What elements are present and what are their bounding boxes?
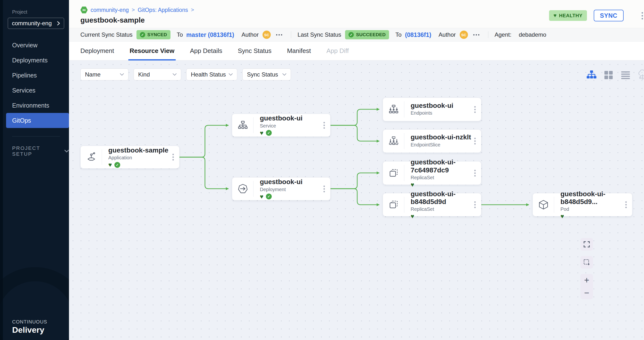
- module-brand: CONTINUOUS Delivery: [12, 319, 47, 335]
- node-name: guestbook-ui-b848d5d9d: [411, 190, 481, 206]
- resource-node-replicaset-b848d5d9d[interactable]: guestbook-ui-b848d5d9d ReplicaSet ♥ ✓: [383, 193, 481, 216]
- agent-label: Agent:: [495, 31, 512, 38]
- brand-delivery-label: Delivery: [12, 325, 47, 335]
- node-kind: Application: [108, 155, 179, 160]
- breadcrumb-section-link[interactable]: GitOps: Applications: [138, 7, 188, 13]
- breadcrumb-separator: >: [191, 7, 194, 13]
- tab-deployment[interactable]: Deployment: [80, 42, 114, 60]
- healthy-heart-icon: ♥: [411, 213, 414, 219]
- node-menu-kebab-icon[interactable]: [322, 120, 326, 130]
- fullscreen-button[interactable]: [580, 238, 593, 251]
- heart-icon: ♥: [554, 12, 556, 19]
- synced-badge-label: SYNCED: [148, 32, 167, 38]
- breadcrumb-project-link[interactable]: community-eng: [90, 7, 129, 13]
- sidebar-item-pipelines[interactable]: Pipelines: [6, 68, 69, 83]
- tab-manifest[interactable]: Manifest: [287, 42, 311, 60]
- resource-node-replicaset-7c64987dc9[interactable]: guestbook-ui-7c64987dc9 ReplicaSet ♥ ✓: [383, 161, 481, 185]
- author-label: Author: [242, 31, 258, 38]
- cloud-network-view-icon[interactable]: [637, 70, 644, 80]
- resource-graph-canvas[interactable]: Name Kind Health Status Sync Status: [69, 60, 644, 340]
- sidebar: Project community-eng Overview Deploymen…: [0, 0, 69, 340]
- filter-kind-dropdown[interactable]: Kind: [134, 68, 181, 80]
- zoom-in-button[interactable]: +: [584, 276, 589, 285]
- filter-kind-label: Kind: [138, 71, 150, 78]
- zoom-out-button[interactable]: −: [584, 288, 589, 297]
- tab-app-details[interactable]: App Details: [190, 42, 222, 60]
- divider: [291, 31, 291, 38]
- resource-node-application[interactable]: guestbook-sample Application ♥ ✓: [80, 146, 180, 168]
- check-circle-icon: ✓: [140, 32, 145, 38]
- tab-resource-view[interactable]: Resource View: [130, 42, 174, 60]
- sidebar-item-overview[interactable]: Overview: [6, 38, 69, 53]
- chevron-down-icon: [64, 150, 69, 152]
- node-menu-kebab-icon[interactable]: [473, 200, 477, 210]
- node-kind: Pod: [560, 206, 632, 212]
- resource-node-endpoints[interactable]: guestbook-ui Endpoints ♥ ✓: [383, 98, 481, 121]
- gitops-resource-view-page: Project community-eng Overview Deploymen…: [0, 0, 644, 340]
- tree-view-icon[interactable]: [586, 70, 597, 80]
- filter-health-status-dropdown[interactable]: Health Status: [186, 68, 237, 80]
- sidebar-item-deployments[interactable]: Deployments: [6, 53, 69, 68]
- endpointslice-icon: [388, 135, 400, 147]
- deployment-icon: [237, 183, 249, 195]
- author-avatar: SC: [460, 30, 468, 39]
- gitops-app-icon: ∞: [80, 6, 88, 14]
- healthy-heart-icon: ♥: [560, 213, 564, 219]
- healthy-heart-icon: ♥: [108, 162, 112, 168]
- list-view-icon[interactable]: [620, 70, 631, 80]
- agent-value: debademo: [519, 31, 546, 38]
- sidebar-item-services[interactable]: Services: [6, 83, 69, 98]
- endpoints-icon: [388, 104, 400, 115]
- node-menu-kebab-icon[interactable]: [624, 200, 628, 210]
- sync-button[interactable]: SYNC: [594, 10, 624, 21]
- filter-name-dropdown[interactable]: Name: [80, 68, 128, 80]
- filter-name-label: Name: [85, 71, 100, 78]
- commit-message-ellipsis[interactable]: [473, 34, 479, 36]
- resource-node-service[interactable]: guestbook-ui Service ♥ ✓: [232, 114, 330, 137]
- grid-view-icon[interactable]: [603, 70, 614, 80]
- commit-message-ellipsis[interactable]: [276, 34, 282, 36]
- more-options-kebab-icon[interactable]: [642, 12, 643, 20]
- synced-check-icon: ✓: [114, 162, 120, 168]
- current-sync-status-label: Current Sync Status: [80, 31, 132, 38]
- node-kind: Endpoints: [411, 110, 481, 116]
- succeeded-badge: ✓ SUCCEEDED: [345, 30, 389, 39]
- tab-sync-status[interactable]: Sync Status: [238, 42, 272, 60]
- app-tabs: Deployment Resource View App Details Syn…: [69, 42, 644, 60]
- filter-sync-status-label: Sync Status: [247, 71, 278, 78]
- fullscreen-icon: [583, 241, 590, 248]
- healthy-heart-icon: ♥: [260, 130, 264, 136]
- project-setup-toggle[interactable]: PROJECT SETUP: [12, 145, 69, 157]
- sidebar-item-gitops[interactable]: GitOps: [6, 113, 69, 128]
- node-menu-kebab-icon[interactable]: [473, 136, 477, 146]
- project-setup-label: PROJECT SETUP: [12, 145, 60, 157]
- last-sync-status-label: Last Sync Status: [298, 31, 341, 38]
- project-selector[interactable]: community-eng: [8, 18, 64, 29]
- main-content: ∞ community-eng > GitOps: Applications >…: [69, 0, 644, 340]
- current-revision-link[interactable]: master (08136f1): [186, 31, 234, 38]
- chevron-down-icon: [120, 73, 124, 76]
- edge-app-service: [180, 125, 228, 157]
- healthy-heart-icon: ♥: [260, 194, 264, 200]
- edge-service-endpoints: [330, 109, 379, 125]
- node-menu-kebab-icon[interactable]: [473, 105, 477, 114]
- filter-sync-status-dropdown[interactable]: Sync Status: [242, 68, 291, 80]
- chevron-down-icon: [282, 73, 286, 76]
- node-kind: ReplicaSet: [411, 206, 481, 212]
- resource-node-deployment[interactable]: guestbook-ui Deployment ♥ ✓: [232, 177, 330, 200]
- application-icon: [86, 151, 97, 163]
- resource-node-pod[interactable]: guestbook-ui-b848d5d9... Pod ♥ ✓: [532, 193, 632, 216]
- last-revision-link[interactable]: (08136f1): [405, 31, 431, 38]
- page-header: ∞ community-eng > GitOps: Applications >…: [69, 0, 644, 28]
- resource-node-endpointslice[interactable]: guestbook-ui-nzklt EndpointSlice ♥ ✓: [383, 130, 481, 153]
- node-menu-kebab-icon[interactable]: [171, 152, 175, 162]
- sync-status-bar: Current Sync Status ✓ SYNCED To master (…: [69, 28, 644, 42]
- sidebar-item-environments[interactable]: Environments: [6, 98, 69, 113]
- node-menu-kebab-icon[interactable]: [473, 168, 477, 178]
- node-menu-kebab-icon[interactable]: [322, 184, 326, 194]
- sidebar-divider: [12, 136, 60, 136]
- project-label: Project: [12, 9, 69, 15]
- tab-app-diff[interactable]: App Diff: [326, 42, 349, 60]
- node-name: guestbook-ui: [411, 102, 481, 110]
- marquee-select-button[interactable]: [580, 256, 593, 268]
